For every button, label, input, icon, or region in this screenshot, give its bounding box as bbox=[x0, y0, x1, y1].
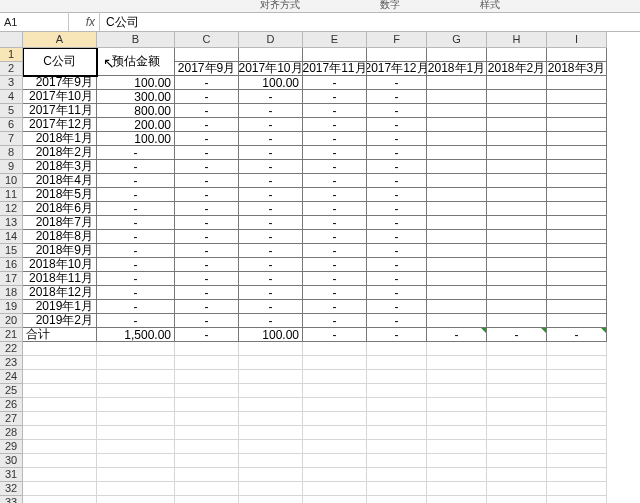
cell[interactable] bbox=[23, 370, 97, 384]
cell[interactable] bbox=[487, 412, 547, 426]
cell[interactable] bbox=[23, 426, 97, 440]
row-value[interactable]: - bbox=[239, 230, 303, 244]
cell[interactable] bbox=[303, 384, 367, 398]
row-value[interactable] bbox=[547, 230, 607, 244]
row-value[interactable] bbox=[487, 286, 547, 300]
row-value[interactable]: - bbox=[175, 118, 239, 132]
total-value[interactable]: - bbox=[175, 328, 239, 342]
cell[interactable] bbox=[367, 398, 427, 412]
row-value[interactable] bbox=[427, 174, 487, 188]
row-header-1[interactable]: 1 bbox=[0, 48, 22, 62]
row-value[interactable] bbox=[547, 272, 607, 286]
row-value[interactable] bbox=[487, 314, 547, 328]
row-value[interactable]: - bbox=[303, 132, 367, 146]
row-value[interactable]: - bbox=[367, 174, 427, 188]
cell[interactable] bbox=[97, 440, 175, 454]
row-header-3[interactable]: 3 bbox=[0, 76, 22, 90]
row-value[interactable] bbox=[487, 216, 547, 230]
row-value[interactable] bbox=[487, 118, 547, 132]
row-value[interactable]: - bbox=[175, 90, 239, 104]
row-estimate[interactable]: - bbox=[97, 146, 175, 160]
cell[interactable] bbox=[239, 356, 303, 370]
cell[interactable] bbox=[367, 440, 427, 454]
row-label[interactable]: 2018年7月 bbox=[23, 216, 97, 230]
total-value[interactable]: - bbox=[487, 328, 547, 342]
row-value[interactable] bbox=[547, 216, 607, 230]
cell[interactable] bbox=[367, 356, 427, 370]
total-value[interactable]: - bbox=[547, 328, 607, 342]
row-value[interactable]: - bbox=[239, 216, 303, 230]
cell[interactable] bbox=[23, 482, 97, 496]
row-header-32[interactable]: 32 bbox=[0, 482, 22, 496]
cell[interactable] bbox=[367, 482, 427, 496]
column-header-B[interactable]: B bbox=[97, 32, 175, 47]
cell[interactable] bbox=[427, 398, 487, 412]
row-value[interactable] bbox=[547, 202, 607, 216]
row-value[interactable]: - bbox=[239, 300, 303, 314]
row-value[interactable]: - bbox=[303, 286, 367, 300]
row-value[interactable]: - bbox=[367, 286, 427, 300]
cell[interactable] bbox=[547, 384, 607, 398]
merged-header-b[interactable]: 预估金额 bbox=[97, 48, 175, 76]
row-value[interactable]: - bbox=[367, 90, 427, 104]
cell[interactable] bbox=[547, 468, 607, 482]
row-value[interactable]: - bbox=[175, 286, 239, 300]
total-value[interactable]: - bbox=[427, 328, 487, 342]
row-value[interactable] bbox=[547, 104, 607, 118]
grid[interactable]: C公司预估金额2017年9月2017年10月2017年11月2017年12月20… bbox=[23, 48, 640, 503]
row-value[interactable] bbox=[427, 76, 487, 90]
row-header-10[interactable]: 10 bbox=[0, 174, 22, 188]
row-value[interactable] bbox=[427, 90, 487, 104]
row-value[interactable]: - bbox=[175, 132, 239, 146]
row-value[interactable]: - bbox=[367, 188, 427, 202]
row-estimate[interactable]: - bbox=[97, 272, 175, 286]
cell[interactable] bbox=[175, 454, 239, 468]
cell[interactable] bbox=[367, 468, 427, 482]
fx-icon[interactable]: fx bbox=[69, 13, 100, 31]
row-value[interactable] bbox=[427, 258, 487, 272]
row-value[interactable]: - bbox=[239, 244, 303, 258]
row-value[interactable] bbox=[427, 230, 487, 244]
row-value[interactable] bbox=[427, 300, 487, 314]
cell[interactable] bbox=[303, 482, 367, 496]
row-header-25[interactable]: 25 bbox=[0, 384, 22, 398]
cell[interactable] bbox=[175, 398, 239, 412]
row-header-2[interactable]: 2 bbox=[0, 62, 22, 76]
row-estimate[interactable]: - bbox=[97, 258, 175, 272]
row-value[interactable]: - bbox=[303, 104, 367, 118]
row-value[interactable]: - bbox=[239, 188, 303, 202]
cell[interactable] bbox=[303, 426, 367, 440]
cell[interactable] bbox=[547, 356, 607, 370]
cell[interactable] bbox=[367, 454, 427, 468]
month-header[interactable]: 2017年11月 bbox=[303, 62, 367, 76]
cell[interactable] bbox=[239, 412, 303, 426]
row-value[interactable] bbox=[487, 258, 547, 272]
cell[interactable] bbox=[97, 412, 175, 426]
row-value[interactable] bbox=[547, 188, 607, 202]
ribbon-tab-align[interactable]: 对齐方式 bbox=[260, 0, 300, 12]
row-estimate[interactable]: - bbox=[97, 314, 175, 328]
cell[interactable] bbox=[367, 384, 427, 398]
row-label[interactable]: 2018年10月 bbox=[23, 258, 97, 272]
row-value[interactable]: - bbox=[239, 90, 303, 104]
row-value[interactable]: - bbox=[175, 160, 239, 174]
cell[interactable] bbox=[303, 370, 367, 384]
row-value[interactable]: - bbox=[303, 216, 367, 230]
month-header[interactable]: 2017年10月 bbox=[239, 62, 303, 76]
row-header-14[interactable]: 14 bbox=[0, 230, 22, 244]
cell[interactable] bbox=[175, 468, 239, 482]
row-estimate[interactable]: - bbox=[97, 230, 175, 244]
cell[interactable] bbox=[367, 342, 427, 356]
row-label[interactable]: 2019年1月 bbox=[23, 300, 97, 314]
cell[interactable] bbox=[487, 454, 547, 468]
cell[interactable] bbox=[23, 468, 97, 482]
row-value[interactable]: - bbox=[367, 300, 427, 314]
cell[interactable] bbox=[547, 454, 607, 468]
row-label[interactable]: 2017年11月 bbox=[23, 104, 97, 118]
row-value[interactable] bbox=[547, 132, 607, 146]
cell[interactable] bbox=[175, 426, 239, 440]
row-value[interactable]: - bbox=[367, 258, 427, 272]
row-header-19[interactable]: 19 bbox=[0, 300, 22, 314]
cell[interactable] bbox=[487, 482, 547, 496]
row-value[interactable]: - bbox=[175, 314, 239, 328]
